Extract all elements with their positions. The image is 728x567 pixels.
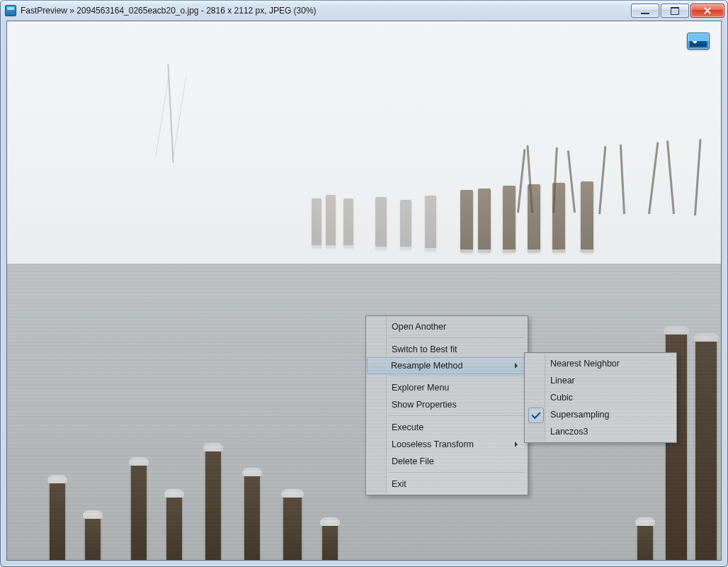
piling xyxy=(375,197,387,249)
piling xyxy=(166,495,182,561)
piling xyxy=(85,516,101,561)
chevron-right-icon xyxy=(515,442,521,447)
menu-lossless-transform[interactable]: Looseless Transform xyxy=(368,436,526,453)
piling xyxy=(205,449,221,561)
image-viewport[interactable]: Open Another Switch to Best fit Resample… xyxy=(6,21,722,561)
minimize-button[interactable] xyxy=(631,4,659,18)
resample-supersampling[interactable]: Supersampling xyxy=(526,406,675,423)
piling xyxy=(343,198,353,248)
menu-execute[interactable]: Execute xyxy=(368,419,526,436)
piling xyxy=(598,146,606,214)
close-button[interactable] xyxy=(690,4,724,18)
piling xyxy=(637,523,653,561)
menu-gutter xyxy=(368,318,387,493)
menu-label: Supersampling xyxy=(550,410,609,420)
piling xyxy=(695,339,717,561)
menu-label: Switch to Best fit xyxy=(392,344,457,354)
titlebar[interactable]: FastPreview » 2094563164_0265eacb20_o.jp… xyxy=(1,1,727,21)
thumbnail-icon[interactable] xyxy=(687,33,710,50)
menu-label: Open Another xyxy=(392,322,446,332)
piling xyxy=(552,183,565,252)
menu-label: Linear xyxy=(550,376,575,386)
sailboat xyxy=(167,64,174,163)
app-icon xyxy=(5,5,16,16)
piling xyxy=(666,332,687,561)
resample-cubic[interactable]: Cubic xyxy=(526,389,675,406)
resample-submenu: Nearest Neighbor Linear Cubic Supersampl… xyxy=(524,352,677,443)
resample-nearest[interactable]: Nearest Neighbor xyxy=(526,355,675,372)
piling xyxy=(567,150,576,213)
menu-best-fit[interactable]: Switch to Best fit xyxy=(368,341,526,358)
piling xyxy=(517,149,525,213)
piling xyxy=(326,195,336,248)
piling xyxy=(460,190,473,252)
resample-lanczos3[interactable]: Lanczos3 xyxy=(526,423,675,440)
maximize-button[interactable] xyxy=(661,4,689,18)
menu-exit[interactable]: Exit xyxy=(368,476,526,493)
menu-label: Lanczos3 xyxy=(550,427,588,437)
menu-label: Show Properties xyxy=(392,400,457,410)
piling xyxy=(666,140,675,214)
piling xyxy=(581,181,593,252)
piling xyxy=(694,139,702,215)
menu-label: Looseless Transform xyxy=(392,439,474,449)
menu-label: Exit xyxy=(392,479,406,489)
piling xyxy=(503,186,516,252)
piling xyxy=(478,189,491,252)
menu-separator xyxy=(389,376,525,377)
menu-label: Nearest Neighbor xyxy=(550,359,620,369)
check-icon xyxy=(528,408,544,423)
image-canvas: Open Another Switch to Best fit Resample… xyxy=(7,21,721,560)
menu-explorer[interactable]: Explorer Menu xyxy=(368,379,526,396)
piling xyxy=(312,198,322,248)
menu-separator xyxy=(389,472,525,473)
piling xyxy=(131,463,147,561)
piling xyxy=(620,145,625,214)
piling xyxy=(322,523,338,561)
menu-separator xyxy=(389,415,525,417)
window-title: FastPreview » 2094563164_0265eacb20_o.jp… xyxy=(21,6,631,16)
piling xyxy=(283,495,302,561)
menu-label: Cubic xyxy=(550,393,573,403)
menu-label: Resample Method xyxy=(391,361,462,371)
piling xyxy=(425,196,436,251)
menu-label: Execute xyxy=(392,422,423,432)
menu-gutter xyxy=(526,354,545,441)
context-menu: Open Another Switch to Best fit Resample… xyxy=(365,315,528,495)
window-buttons xyxy=(631,4,724,18)
piling xyxy=(528,184,540,252)
piling xyxy=(244,473,260,561)
chevron-right-icon xyxy=(515,363,521,369)
resample-linear[interactable]: Linear xyxy=(526,372,675,389)
menu-delete-file[interactable]: Delete File xyxy=(368,453,526,470)
menu-open-another[interactable]: Open Another xyxy=(368,318,526,335)
app-window: FastPreview » 2094563164_0265eacb20_o.jp… xyxy=(0,0,728,567)
menu-resample-method[interactable]: Resample Method xyxy=(367,357,527,374)
piling xyxy=(648,142,659,215)
menu-label: Explorer Menu xyxy=(392,383,449,393)
piling xyxy=(400,200,411,249)
menu-properties[interactable]: Show Properties xyxy=(368,396,526,413)
piling xyxy=(50,481,65,561)
menu-separator xyxy=(389,337,525,339)
menu-label: Delete File xyxy=(392,456,434,466)
